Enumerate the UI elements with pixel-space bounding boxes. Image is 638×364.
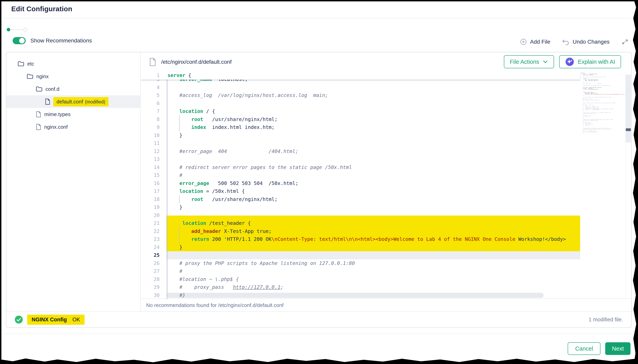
screenshot-edge-bottom [0, 357, 638, 364]
edit-configuration-dialog: Edit Configuration Show Recommendations … [0, 0, 638, 364]
code-line-29[interactable]: 29 # proxy_pass http://127.0.0.1; [141, 283, 580, 291]
code-line-9[interactable]: 9 index index.html index.htm; [141, 123, 580, 132]
file-actions-label: File Actions [510, 59, 539, 65]
file-actions-button[interactable]: File Actions [504, 55, 554, 68]
tree-item-label: mime.types [44, 111, 71, 118]
add-file-label: Add File [530, 39, 550, 45]
tree-item-mime-types[interactable]: mime.types [6, 108, 140, 120]
code-line-30[interactable]: 30 #} [141, 291, 580, 299]
wizard-stepper [7, 28, 27, 32]
nginx-config-value: OK [72, 316, 80, 323]
code-line-21[interactable]: 21 location /test_header { [141, 219, 580, 228]
next-button[interactable]: Next [605, 342, 630, 355]
code-line-18[interactable]: 18 root /usr/share/nginx/html; [141, 196, 580, 204]
code-line-4[interactable]: 4 [141, 84, 580, 92]
code-line-11[interactable]: 11 [141, 139, 580, 148]
cancel-button[interactable]: Cancel [568, 342, 600, 355]
status-bar: NGINX Config OK 1 modified file. [6, 311, 631, 328]
check-circle-icon [15, 316, 23, 324]
tree-item-label: conf.d [46, 86, 60, 92]
code-line-22[interactable]: 22 add_header X-Test-App true; [141, 228, 580, 236]
code-line-25[interactable]: 25 [141, 251, 580, 260]
file-icon [45, 98, 50, 105]
nginx-config-label: NGINX Config [32, 316, 67, 323]
expand-icon [621, 38, 629, 46]
explain-with-ai-button[interactable]: Explain with AI [559, 55, 621, 68]
code-line-19[interactable]: 19 } [141, 203, 580, 212]
page-title: Edit Configuration [11, 5, 72, 13]
file-icon [36, 124, 41, 130]
tree-item-conf-d[interactable]: conf.d [6, 83, 140, 95]
tree-item-nginx-conf[interactable]: nginx.conf [6, 120, 140, 133]
tree-item-etc[interactable]: etc [6, 58, 140, 70]
code-line-13[interactable]: 13 [141, 155, 580, 164]
ai-sparkle-icon [565, 57, 574, 66]
tree-item-label: nginx.conf [44, 124, 68, 130]
explain-with-ai-label: Explain with AI [578, 59, 615, 65]
code-line-26[interactable]: 26 # proxy the PHP scripts to Apache lis… [141, 260, 580, 268]
code-area[interactable]: 3 server_name localhost;45 #access_log /… [141, 72, 631, 299]
code-line-14[interactable]: 14 # redirect server error pages to the … [141, 164, 580, 172]
code-line-6[interactable]: 6 [141, 100, 580, 108]
code-line-20[interactable]: 20 [141, 212, 580, 220]
screenshot-edge-top [0, 0, 638, 2]
tree-item-label: default.conf [57, 99, 83, 105]
recommendations-bar: No recommendations found for /etc/nginx/… [141, 298, 631, 312]
screenshot-edge-left [0, 0, 2, 364]
tree-item-label: nginx [36, 74, 49, 80]
file-icon [36, 111, 41, 118]
modified-file-highlight: default.conf(modified) [53, 97, 109, 106]
show-recommendations-toggle[interactable] [13, 37, 26, 44]
footer-divider [2, 334, 631, 334]
editor-header: /etc/nginx/conf.d/default.conf File Acti… [141, 52, 631, 72]
add-file-button[interactable]: Add File [520, 38, 550, 46]
recommendations-message: No recommendations found for /etc/nginx/… [146, 302, 283, 308]
minimap[interactable]: server { listen 80 default_server; serve… [581, 73, 625, 203]
nginx-config-status-badge: NGINX Config OK [27, 315, 85, 325]
code-line-15[interactable]: 15 # [141, 171, 580, 180]
undo-changes-button[interactable]: Undo Changes [562, 38, 609, 46]
tree-item-default-conf[interactable]: default.conf(modified) [6, 95, 140, 108]
code-line-12[interactable]: 12 #error_page 404 /404.html; [141, 148, 580, 156]
modified-files-count: 1 modified file. [589, 316, 623, 323]
folder-icon [27, 74, 33, 79]
code-line-5[interactable]: 5 #access_log /var/log/nginx/host.access… [141, 92, 580, 100]
code-line-16[interactable]: 16 error_page 500 502 503 504 /50x.html; [141, 180, 580, 188]
tree-item-label: etc [27, 61, 34, 67]
step-connector [11, 30, 23, 30]
code-line-27[interactable]: 27 # [141, 267, 580, 275]
code-line-10[interactable]: 10 } [141, 132, 580, 140]
screenshot-edge-right [632, 0, 638, 364]
code-editor: /etc/nginx/conf.d/default.conf File Acti… [141, 52, 631, 312]
step-1-dot[interactable] [7, 28, 10, 32]
undo-changes-label: Undo Changes [573, 39, 609, 45]
expand-button[interactable] [621, 38, 629, 46]
undo-icon [562, 38, 570, 46]
file-path: /etc/nginx/conf.d/default.conf [161, 59, 232, 65]
code-line-23[interactable]: 23 return 200 'HTTP/1.1 200 OK\nContent-… [141, 235, 580, 244]
vertical-scrollbar-track[interactable] [626, 74, 631, 142]
chevron-down-icon [543, 60, 548, 64]
vertical-scrollbar-thumb[interactable] [626, 128, 631, 131]
plus-circle-icon [520, 38, 527, 46]
code-line-28[interactable]: 28 #location ~ \.php$ { [141, 275, 580, 284]
tree-item-nginx[interactable]: nginx [6, 70, 140, 83]
code-line-17[interactable]: 17 location = /50x.html { [141, 187, 580, 196]
folder-icon [18, 61, 24, 66]
code-line-24[interactable]: 24 } [141, 244, 580, 252]
code-line-7[interactable]: 7 location / { [141, 108, 580, 116]
sticky-line: 1 server { [141, 72, 580, 80]
toggle-knob [19, 38, 25, 44]
folder-icon [36, 86, 42, 92]
step-2-dot[interactable] [23, 28, 27, 32]
show-recommendations-label: Show Recommendations [31, 38, 92, 44]
file-icon [149, 58, 156, 66]
dialog-header: Edit Configuration [2, 2, 631, 18]
sticky-line-number: 1 [141, 72, 160, 80]
config-editor-panel: etcnginxconf.ddefault.conf(modified)mime… [6, 52, 632, 328]
file-tree: etcnginxconf.ddefault.conf(modified)mime… [6, 52, 141, 312]
code-line-8[interactable]: 8 root /usr/share/nginx/html; [141, 116, 580, 124]
